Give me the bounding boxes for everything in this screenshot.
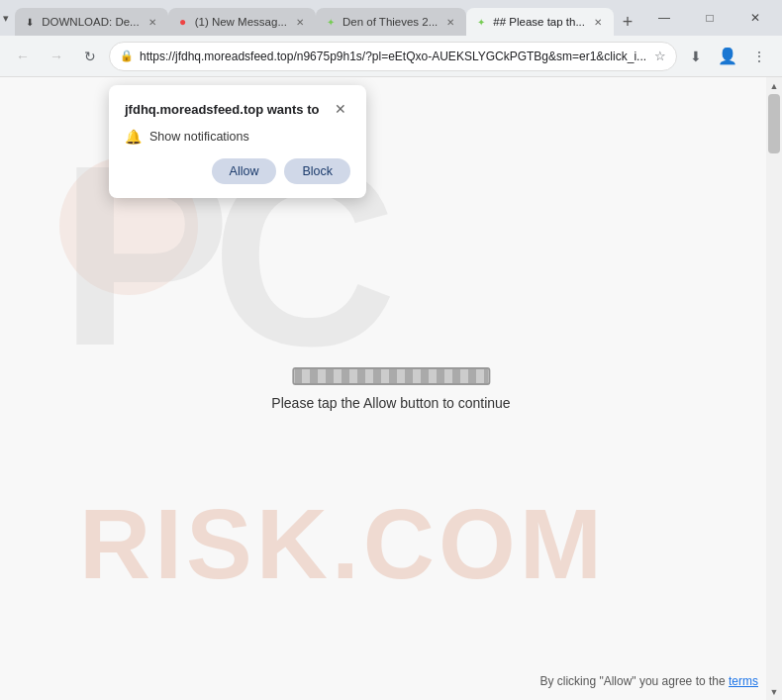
window-controls: — □ ✕ [641, 0, 782, 36]
watermark-risk-text: RISK.COM [79, 487, 606, 601]
bell-icon: 🔔 [125, 129, 142, 145]
download-button[interactable]: ⬇ [681, 42, 711, 71]
menu-button[interactable]: ⋮ [744, 42, 774, 71]
address-bar[interactable]: 🔒 https://jfdhq.moreadsfeed.top/n9675p9h… [109, 42, 677, 71]
progress-message: Please tap the Allow button to continue [271, 395, 510, 411]
popup-close-button[interactable]: ✕ [331, 99, 350, 119]
popup-permission-row: 🔔 Show notifications [125, 129, 350, 145]
new-tab-button[interactable]: + [614, 8, 641, 36]
tab4-close[interactable]: ✕ [590, 14, 606, 30]
tab3-label: Den of Thieves 2... [342, 16, 438, 28]
scrollbar-thumb[interactable] [768, 94, 780, 153]
bookmark-icon[interactable]: ☆ [654, 49, 666, 63]
scrollbar[interactable]: ▲ ▼ [766, 77, 782, 700]
tab3-favicon: ✦ [324, 15, 338, 29]
tab-1[interactable]: ⬇ DOWNLOAD: De... ✕ [15, 8, 167, 36]
tab-strip: ⬇ DOWNLOAD: De... ✕ ● (1) New Messag... … [11, 0, 641, 36]
url-text: https://jfdhq.moreadsfeed.top/n9675p9h1s… [140, 50, 648, 63]
nav-actions: ⬇ 👤 ⋮ [681, 42, 774, 71]
tab4-label: ## Please tap th... [493, 16, 585, 28]
block-button[interactable]: Block [284, 158, 350, 184]
progress-stripe [294, 369, 488, 383]
disclaimer-text: By clicking "Allow" you agree to the ter… [539, 674, 758, 688]
popup-header: jfdhq.moreadsfeed.top wants to ✕ [125, 99, 350, 119]
tab1-close[interactable]: ✕ [145, 14, 160, 30]
progress-container: Please tap the Allow button to continue [271, 367, 510, 411]
navigation-bar: ← → ↻ 🔒 https://jfdhq.moreadsfeed.top/n9… [0, 36, 782, 77]
terms-link[interactable]: terms [729, 674, 758, 688]
tab2-label: (1) New Messag... [195, 16, 287, 28]
scrollbar-up-button[interactable]: ▲ [766, 77, 782, 94]
tab1-favicon: ⬇ [23, 15, 37, 29]
popup-buttons: Allow Block [125, 158, 350, 184]
close-button[interactable]: ✕ [733, 0, 778, 36]
minimize-button[interactable]: — [641, 0, 687, 36]
profile-button[interactable]: 👤 [713, 42, 742, 71]
progress-bar [292, 367, 490, 385]
popup-title: jfdhq.moreadsfeed.top wants to [125, 102, 319, 117]
tab-2[interactable]: ● (1) New Messag... ✕ [168, 8, 316, 36]
back-button[interactable]: ← [8, 42, 38, 71]
popup-permission-text: Show notifications [149, 130, 249, 144]
forward-button[interactable]: → [42, 42, 71, 71]
tab-3[interactable]: ✦ Den of Thieves 2... ✕ [316, 8, 466, 36]
content-area: PC RISK.COM Please tap the Allow button … [0, 77, 782, 700]
tab3-close[interactable]: ✕ [442, 14, 458, 30]
tab4-favicon: ✦ [474, 15, 488, 29]
maximize-button[interactable]: □ [687, 0, 733, 36]
refresh-button[interactable]: ↻ [75, 42, 105, 71]
scrollbar-down-button[interactable]: ▼ [766, 683, 782, 700]
secure-icon: 🔒 [120, 50, 134, 62]
title-bar: ▾ ⬇ DOWNLOAD: De... ✕ ● (1) New Messag..… [0, 0, 782, 36]
tab2-close[interactable]: ✕ [292, 14, 308, 30]
tab2-favicon: ● [176, 15, 190, 29]
notification-popup: jfdhq.moreadsfeed.top wants to ✕ 🔔 Show … [109, 85, 366, 198]
tab-dropdown-btn[interactable]: ▾ [0, 0, 11, 36]
allow-button[interactable]: Allow [212, 158, 277, 184]
scrollbar-track[interactable] [766, 94, 782, 683]
tab1-label: DOWNLOAD: De... [42, 16, 139, 28]
tab-4[interactable]: ✦ ## Please tap th... ✕ [466, 8, 614, 36]
